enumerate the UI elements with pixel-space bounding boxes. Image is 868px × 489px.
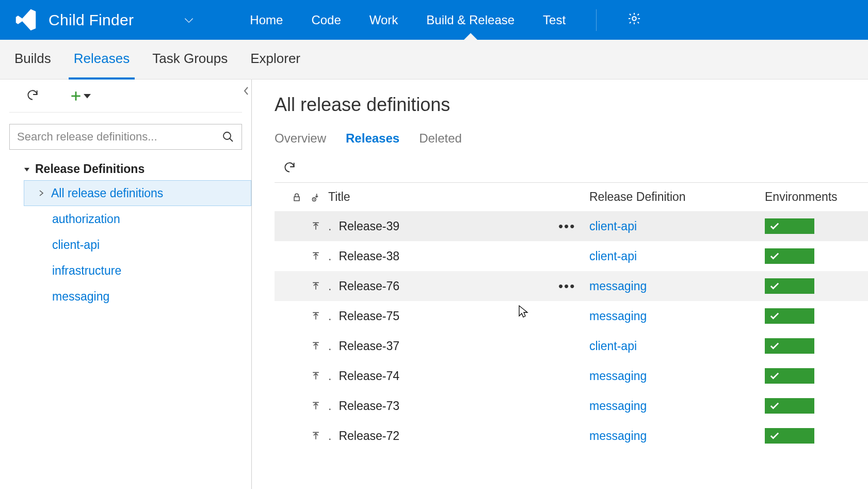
environment-status[interactable] <box>765 308 814 324</box>
up-arrow-icon <box>303 281 328 291</box>
check-icon <box>770 223 779 230</box>
collapse-sidebar-button[interactable] <box>240 84 252 98</box>
pivot-overview[interactable]: Overview <box>275 131 326 149</box>
refresh-button[interactable] <box>26 88 39 104</box>
release-row[interactable]: . Release-37 client-api <box>275 331 868 361</box>
svg-point-4 <box>223 132 231 139</box>
col-title[interactable]: Title <box>328 183 558 211</box>
release-title[interactable]: . Release-76 <box>328 279 558 293</box>
separator-dot-icon: . <box>328 219 331 233</box>
plus-icon <box>69 89 83 103</box>
col-definition[interactable]: Release Definition <box>589 183 765 211</box>
check-icon <box>770 342 779 350</box>
definition-link[interactable]: messaging <box>589 369 647 383</box>
release-row[interactable]: . Release-38 client-api <box>275 241 868 271</box>
table-header-row: Title Release Definition Environments <box>275 183 868 211</box>
tree-item-infrastructure[interactable]: infrastructure <box>24 258 251 283</box>
release-title[interactable]: . Release-39 <box>328 219 558 233</box>
subtab-explorer[interactable]: Explorer <box>250 40 300 80</box>
separator-dot-icon: . <box>328 369 331 383</box>
add-button[interactable] <box>69 89 91 103</box>
separator-dot-icon: . <box>328 249 331 263</box>
definition-link[interactable]: messaging <box>589 399 647 413</box>
release-row[interactable]: . Release-72 messaging <box>275 421 868 451</box>
environment-status[interactable] <box>765 398 814 414</box>
top-header: Child Finder Home Code Work Build & Rele… <box>0 0 868 40</box>
release-row[interactable]: . Release-76 ••• messaging <box>275 271 868 301</box>
subtab-releases[interactable]: Releases <box>74 40 130 80</box>
release-row[interactable]: . Release-73 messaging <box>275 391 868 421</box>
environment-status[interactable] <box>765 428 814 444</box>
info-download-icon <box>303 192 328 202</box>
release-title[interactable]: . Release-72 <box>328 429 558 443</box>
check-icon <box>770 282 779 290</box>
hub-nav: Home Code Work Build & Release Test <box>250 0 641 40</box>
release-row[interactable]: . Release-74 messaging <box>275 361 868 391</box>
separator-dot-icon: . <box>328 309 331 323</box>
tree-item-messaging[interactable]: messaging <box>24 283 251 309</box>
environment-status[interactable] <box>765 338 814 354</box>
definition-link[interactable]: messaging <box>589 279 647 293</box>
definition-link[interactable]: messaging <box>589 429 647 443</box>
svg-rect-7 <box>294 197 299 201</box>
project-dropdown[interactable] <box>134 13 221 27</box>
up-arrow-icon <box>303 341 328 351</box>
more-actions-button[interactable]: ••• <box>558 278 575 294</box>
vs-logo-icon <box>14 8 49 33</box>
tree-item-label: All release definitions <box>51 186 163 200</box>
svg-line-5 <box>230 138 233 141</box>
release-title[interactable]: . Release-75 <box>328 309 558 323</box>
tree-root-node[interactable]: Release Definitions <box>24 159 251 179</box>
release-title[interactable]: . Release-37 <box>328 339 558 353</box>
environment-status[interactable] <box>765 248 814 264</box>
caret-right-icon <box>39 190 44 196</box>
caret-down-icon <box>84 93 91 99</box>
tree-item-client-api[interactable]: client-api <box>24 232 251 258</box>
definition-link[interactable]: client-api <box>589 249 637 263</box>
definition-link[interactable]: client-api <box>589 339 637 353</box>
definition-tree: Release Definitions All release definiti… <box>0 156 251 309</box>
check-icon <box>770 312 779 320</box>
gear-icon[interactable] <box>627 11 641 29</box>
pivot-deleted[interactable]: Deleted <box>419 131 462 149</box>
tree-item-label: authorization <box>52 212 120 226</box>
hub-code[interactable]: Code <box>311 0 341 40</box>
hub-home[interactable]: Home <box>250 0 283 40</box>
more-actions-button[interactable]: ••• <box>558 218 575 234</box>
tree-item-all[interactable]: All release definitions <box>24 180 251 206</box>
environment-status[interactable] <box>765 278 814 294</box>
hub-test[interactable]: Test <box>543 0 566 40</box>
up-arrow-icon <box>303 311 328 321</box>
project-name[interactable]: Child Finder <box>49 11 134 29</box>
check-icon <box>770 402 779 409</box>
definition-link[interactable]: client-api <box>589 219 637 233</box>
release-title[interactable]: . Release-38 <box>328 249 558 263</box>
definition-link[interactable]: messaging <box>589 309 647 323</box>
releases-table: Title Release Definition Environments . … <box>275 183 868 451</box>
check-icon <box>770 432 779 439</box>
search-input[interactable] <box>17 130 222 144</box>
pivot-releases[interactable]: Releases <box>346 131 399 149</box>
subtab-task-groups[interactable]: Task Groups <box>152 40 228 80</box>
release-title[interactable]: . Release-73 <box>328 399 558 413</box>
tree-item-authorization[interactable]: authorization <box>24 206 251 232</box>
check-icon <box>770 372 779 380</box>
svg-marker-6 <box>24 168 29 171</box>
tree-item-label: messaging <box>52 290 109 304</box>
up-arrow-icon <box>303 371 328 381</box>
environment-status[interactable] <box>765 368 814 384</box>
separator-dot-icon: . <box>328 399 331 413</box>
environment-status[interactable] <box>765 218 814 234</box>
search-box[interactable] <box>9 124 242 150</box>
subtab-builds[interactable]: Builds <box>14 40 51 80</box>
release-row[interactable]: . Release-39 ••• client-api <box>275 211 868 241</box>
hub-build-release[interactable]: Build & Release <box>426 0 515 40</box>
col-environments[interactable]: Environments <box>765 183 868 211</box>
hub-work[interactable]: Work <box>369 0 398 40</box>
lock-icon <box>290 192 303 202</box>
release-title[interactable]: . Release-74 <box>328 369 558 383</box>
chevron-left-icon <box>244 87 249 95</box>
table-refresh-button[interactable] <box>283 161 296 174</box>
release-row[interactable]: . Release-75 messaging <box>275 301 868 331</box>
svg-point-0 <box>632 17 636 20</box>
